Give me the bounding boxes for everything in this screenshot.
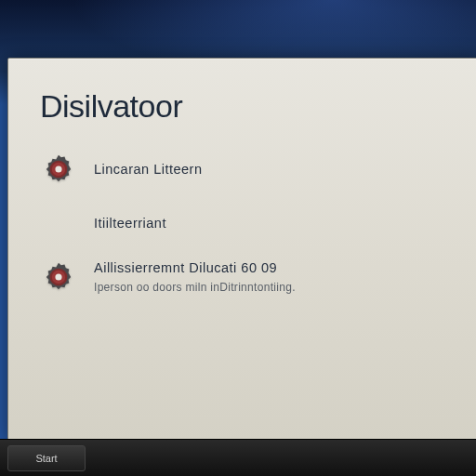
svg-point-5 bbox=[55, 273, 61, 280]
page-title: Disilvatoor bbox=[40, 88, 449, 125]
list-item[interactable]: Aillissierremnt Dilucati 60 09 Iperson o… bbox=[40, 258, 449, 296]
item-label: Aillissierremnt Dilucati 60 09 bbox=[94, 260, 296, 275]
item-label: Itiilteerriant bbox=[94, 216, 166, 231]
settings-list: Lincaran Litteern Itiilteerriant bbox=[40, 151, 449, 296]
taskbar: Start bbox=[0, 439, 476, 476]
item-label: Lincaran Litteern bbox=[94, 162, 203, 177]
start-button[interactable]: Start bbox=[7, 445, 86, 471]
start-button-label: Start bbox=[35, 453, 57, 464]
gear-icon bbox=[40, 258, 77, 296]
svg-point-2 bbox=[55, 165, 61, 172]
list-item[interactable]: Lincaran Litteern bbox=[40, 151, 449, 188]
list-item[interactable]: Itiilteerriant bbox=[40, 205, 449, 242]
item-sublabel: Iperson oo doors miln inDitrinntontiing. bbox=[94, 281, 296, 294]
settings-window: Disilvatoor Lincaran Litteern bbox=[7, 58, 476, 441]
gear-icon bbox=[40, 151, 77, 188]
